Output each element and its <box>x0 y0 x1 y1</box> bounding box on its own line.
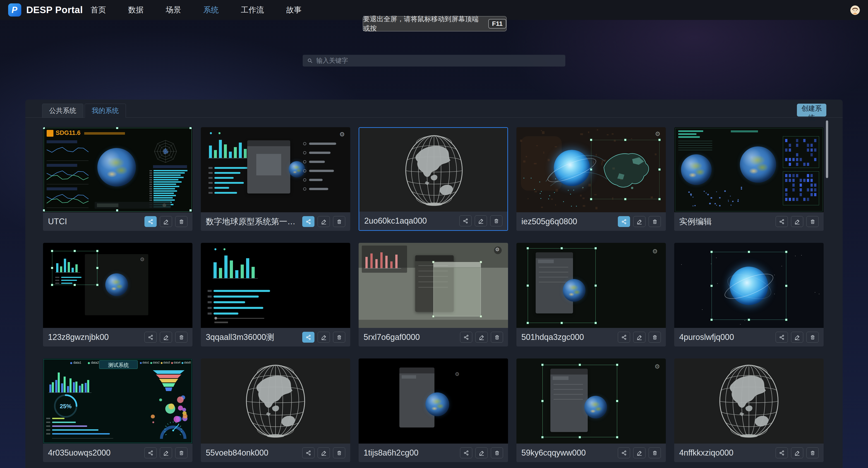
edit-button[interactable] <box>475 332 488 343</box>
nav-item-4[interactable]: 工作流 <box>241 5 264 15</box>
system-card[interactable]: ⚙501hdqa3zgc000 <box>517 243 666 346</box>
nav-item-0[interactable]: 首页 <box>91 5 106 15</box>
create-system-button[interactable]: 创建系统 <box>797 104 826 117</box>
edit-button[interactable] <box>318 447 330 458</box>
edit-button[interactable] <box>318 216 330 227</box>
delete-button[interactable] <box>175 216 187 227</box>
delete-button[interactable] <box>806 447 819 458</box>
share-button[interactable] <box>302 447 314 458</box>
edit-button[interactable] <box>633 447 646 458</box>
system-thumbnail[interactable] <box>674 127 824 212</box>
system-card[interactable]: ⚙59ky6cqqyww000 <box>517 358 666 462</box>
system-thumbnail[interactable]: ⚙ <box>359 243 508 328</box>
share-button[interactable] <box>776 216 788 227</box>
system-card[interactable]: 测试系统data1data2data1data2data3data4data52… <box>43 358 192 462</box>
delete-button[interactable] <box>175 332 187 343</box>
system-thumbnail[interactable] <box>359 128 507 213</box>
delete-button[interactable] <box>333 216 345 227</box>
thumb-graphic <box>55 380 57 393</box>
system-card[interactable]: ⚙1tijs8a6h2cg00 <box>359 358 508 462</box>
system-thumbnail[interactable]: 测试系统data1data2data1data2data3data4data52… <box>43 358 192 443</box>
share-button[interactable] <box>776 447 788 458</box>
share-button[interactable] <box>145 447 157 458</box>
delete-button[interactable] <box>490 215 502 226</box>
thumb-graphic <box>624 198 626 200</box>
share-button[interactable] <box>302 332 314 343</box>
thumb-graphic <box>800 158 802 161</box>
system-thumbnail[interactable]: ⚙ <box>359 358 508 443</box>
tab-0[interactable]: 公共系统 <box>42 104 83 118</box>
share-button[interactable] <box>460 447 472 458</box>
system-card[interactable]: ⚙5rxl7o6gaf0000 <box>359 243 508 346</box>
edit-button[interactable] <box>160 216 172 227</box>
thumb-graphic <box>46 171 89 176</box>
system-thumbnail[interactable]: SDG11.6 <box>43 127 192 212</box>
thumb-graphic <box>52 433 110 435</box>
delete-button[interactable] <box>806 332 819 343</box>
delete-button[interactable] <box>649 447 661 458</box>
share-button[interactable] <box>776 332 788 343</box>
edit-button[interactable] <box>160 332 172 343</box>
system-thumbnail[interactable]: ⚙ <box>201 127 350 212</box>
share-button[interactable] <box>459 215 472 226</box>
delete-button[interactable] <box>806 216 819 227</box>
system-card[interactable]: 3qqaall3m36000测 <box>201 243 350 346</box>
card-footer: 5rxl7o6gaf0000 <box>359 328 508 346</box>
delete-button[interactable] <box>333 447 345 458</box>
edit-button[interactable] <box>160 447 172 458</box>
thumb-graphic <box>167 424 168 425</box>
edit-button[interactable] <box>791 447 803 458</box>
edit-button[interactable] <box>633 216 646 227</box>
system-thumbnail[interactable] <box>201 243 350 328</box>
nav-item-1[interactable]: 数据 <box>128 5 144 15</box>
system-thumbnail[interactable]: ⚙ <box>517 127 666 212</box>
delete-button[interactable] <box>175 447 187 458</box>
delete-button[interactable] <box>333 332 345 343</box>
thumb-graphic <box>785 149 787 152</box>
main-menu: 首页数据场景系统工作流故事 <box>91 0 302 20</box>
edit-button[interactable] <box>475 215 487 226</box>
edit-button[interactable] <box>633 332 646 343</box>
edit-button[interactable] <box>791 332 803 343</box>
share-button[interactable] <box>145 216 157 227</box>
edit-button[interactable] <box>791 216 803 227</box>
share-button[interactable] <box>145 332 157 343</box>
delete-button[interactable] <box>491 447 503 458</box>
thumb-graphic <box>51 267 53 269</box>
system-thumbnail[interactable]: ⚙ <box>517 358 666 443</box>
system-card[interactable]: 4nffkkxziqo000 <box>674 358 824 462</box>
edit-button[interactable] <box>475 447 488 458</box>
nav-item-2[interactable]: 场景 <box>166 5 181 15</box>
system-card[interactable]: 55voeb84onk000 <box>201 358 350 462</box>
system-card[interactable]: ⚙数字地球原型系统第一步设计 <box>201 127 350 231</box>
tab-1[interactable]: 我的系统 <box>85 104 126 118</box>
system-card[interactable]: SDG11.6UTCI <box>43 127 192 231</box>
scrollbar-thumb[interactable] <box>826 120 828 178</box>
system-card[interactable]: 4puroslwfjq000 <box>674 243 824 346</box>
system-thumbnail[interactable]: ⚙ <box>43 243 192 328</box>
system-card[interactable]: 实例编辑 <box>674 127 824 231</box>
system-card[interactable]: ⚙123z8gwznjbk00 <box>43 243 192 346</box>
delete-button[interactable] <box>649 332 661 343</box>
delete-button[interactable] <box>649 216 661 227</box>
brand[interactable]: P DESP Portal <box>8 0 83 20</box>
search-box[interactable] <box>303 55 565 66</box>
delete-button[interactable] <box>491 332 503 343</box>
system-thumbnail[interactable] <box>201 358 350 443</box>
share-button[interactable] <box>460 332 472 343</box>
share-button[interactable] <box>618 332 630 343</box>
edit-button[interactable] <box>318 332 330 343</box>
thumb-graphic <box>789 179 791 182</box>
system-thumbnail[interactable] <box>674 243 824 328</box>
system-thumbnail[interactable]: ⚙ <box>517 243 666 328</box>
system-card[interactable]: ⚙iez505g6q0800 <box>517 127 666 231</box>
system-card[interactable]: 2uo60kc1aqa000 <box>359 127 508 231</box>
user-avatar[interactable] <box>850 5 860 15</box>
share-button[interactable] <box>302 216 314 227</box>
search-input[interactable] <box>316 57 561 64</box>
nav-item-3[interactable]: 系统 <box>203 5 219 15</box>
share-button[interactable] <box>618 216 630 227</box>
nav-item-5[interactable]: 故事 <box>286 5 302 15</box>
share-button[interactable] <box>618 447 630 458</box>
system-thumbnail[interactable] <box>674 358 824 443</box>
